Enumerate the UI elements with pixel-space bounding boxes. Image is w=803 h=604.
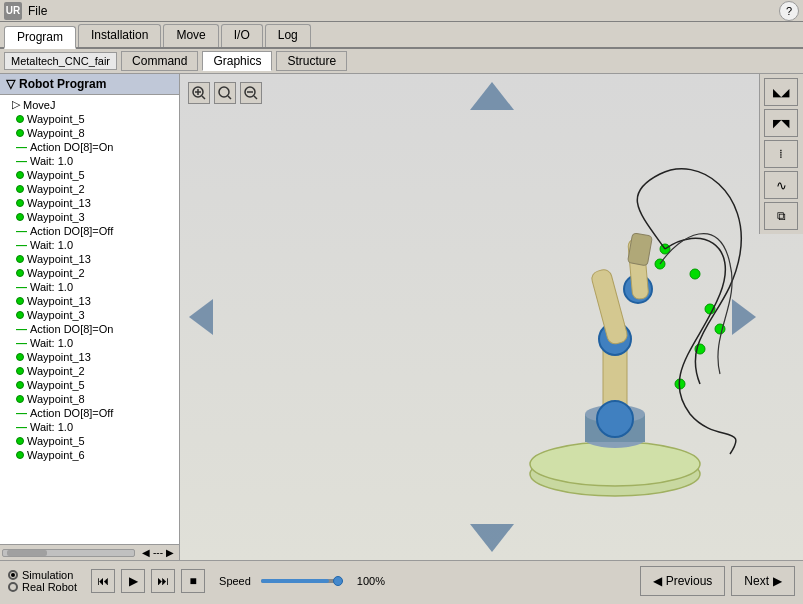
app-logo: UR [4, 2, 22, 20]
list-item[interactable]: Waypoint_8 [0, 126, 179, 140]
svg-point-15 [597, 401, 633, 437]
list-item[interactable]: ▷ MoveJ [0, 97, 179, 112]
list-item[interactable]: — Action DO[8]=Off [0, 224, 179, 238]
svg-point-4 [219, 87, 229, 97]
simulation-radio[interactable]: Simulation [8, 569, 77, 581]
list-item[interactable]: — Wait: 1.0 [0, 336, 179, 350]
simulation-label: Simulation [22, 569, 73, 581]
list-item[interactable]: — Wait: 1.0 [0, 280, 179, 294]
tab-move[interactable]: Move [163, 24, 218, 47]
tab-installation[interactable]: Installation [78, 24, 161, 47]
view-angles-button2[interactable]: ◤◥ [764, 109, 798, 137]
real-robot-label: Real Robot [22, 581, 77, 593]
previous-button[interactable]: ◀ Previous [640, 566, 726, 596]
horizontal-scrollbar[interactable]: ◀ --- ▶ [0, 544, 179, 560]
list-item[interactable]: Waypoint_5 [0, 168, 179, 182]
simulation-section: Simulation Real Robot [8, 569, 77, 593]
svg-line-8 [254, 96, 257, 99]
stop-button[interactable]: ■ [181, 569, 205, 593]
tree-title: Robot Program [19, 77, 106, 91]
waypoints-button[interactable]: ⁞ [764, 140, 798, 168]
forward-button[interactable]: ⏭ [151, 569, 175, 593]
list-item[interactable]: Waypoint_13 [0, 350, 179, 364]
svg-rect-17 [590, 268, 629, 346]
right-toolbar: ◣◢ ◤◥ ⁞ ∿ ⧉ [759, 74, 803, 234]
list-item[interactable]: Waypoint_2 [0, 364, 179, 378]
list-item[interactable]: Waypoint_13 [0, 294, 179, 308]
svg-point-10 [530, 442, 700, 486]
graphics-canvas: ◣◢ ◤◥ ⁞ ∿ ⧉ [180, 74, 803, 560]
real-robot-radio-dot [8, 582, 18, 592]
play-button[interactable]: ▶ [121, 569, 145, 593]
list-item[interactable]: — Wait: 1.0 [0, 154, 179, 168]
simulation-radio-dot [8, 570, 18, 580]
list-item[interactable]: — Action DO[8]=On [0, 140, 179, 154]
title-bar: UR File ? [0, 0, 803, 22]
next-button[interactable]: Next ▶ [731, 566, 795, 596]
speed-percentage: 100% [357, 575, 385, 587]
list-item[interactable]: — Wait: 1.0 [0, 420, 179, 434]
list-item[interactable]: Waypoint_5 [0, 112, 179, 126]
tab-graphics[interactable]: Graphics [202, 51, 272, 71]
tree-header: ▽ Robot Program [0, 74, 179, 95]
zoom-out-button[interactable] [240, 82, 262, 104]
zoom-reset-button[interactable] [214, 82, 236, 104]
content-area: ▽ Robot Program ▷ MoveJ Waypoint_5 Waypo… [0, 74, 803, 560]
tab-command[interactable]: Command [121, 51, 198, 71]
list-item[interactable]: Waypoint_2 [0, 266, 179, 280]
speed-slider[interactable] [261, 579, 341, 583]
list-item[interactable]: Waypoint_13 [0, 196, 179, 210]
zoom-in-button[interactable] [188, 82, 210, 104]
tab-log[interactable]: Log [265, 24, 311, 47]
list-item[interactable]: Waypoint_3 [0, 210, 179, 224]
speed-label: Speed [219, 575, 251, 587]
next-arrow-icon: ▶ [773, 574, 782, 588]
nav-left-button[interactable] [186, 297, 216, 337]
scroll-right[interactable]: ▶ [163, 546, 177, 559]
list-item[interactable]: Waypoint_5 [0, 378, 179, 392]
list-item[interactable]: Waypoint_8 [0, 392, 179, 406]
sub-bar: Metaltech_CNC_fair Command Graphics Stru… [0, 49, 803, 74]
list-item[interactable]: Waypoint_2 [0, 182, 179, 196]
svg-line-5 [228, 96, 231, 99]
file-label: Metaltech_CNC_fair [4, 52, 117, 70]
tree-container[interactable]: ▷ MoveJ Waypoint_5 Waypoint_8 — Action D… [0, 95, 179, 544]
list-item[interactable]: Waypoint_5 [0, 434, 179, 448]
zoom-controls [188, 82, 262, 104]
tab-io[interactable]: I/O [221, 24, 263, 47]
app-title: File [28, 4, 47, 18]
tab-program[interactable]: Program [4, 26, 76, 49]
copy-button[interactable]: ⧉ [764, 202, 798, 230]
main-tabs: Program Installation Move I/O Log [0, 22, 803, 49]
help-button[interactable]: ? [779, 1, 799, 21]
list-item[interactable]: — Action DO[8]=Off [0, 406, 179, 420]
list-item[interactable]: Waypoint_6 [0, 448, 179, 462]
real-robot-radio[interactable]: Real Robot [8, 581, 77, 593]
bottom-bar: Simulation Real Robot ⏮ ▶ ⏭ ■ Speed 100%… [0, 560, 803, 600]
prev-arrow-icon: ◀ [653, 574, 662, 588]
path-button[interactable]: ∿ [764, 171, 798, 199]
svg-point-22 [690, 269, 700, 279]
nav-up-button[interactable] [470, 82, 514, 110]
list-item[interactable]: — Wait: 1.0 [0, 238, 179, 252]
tab-structure[interactable]: Structure [276, 51, 347, 71]
scroll-arrows: ◀ --- ▶ [139, 546, 177, 559]
rewind-button[interactable]: ⏮ [91, 569, 115, 593]
scroll-left[interactable]: ◀ [139, 546, 153, 559]
left-panel: ▽ Robot Program ▷ MoveJ Waypoint_5 Waypo… [0, 74, 180, 560]
graphics-view: ◣◢ ◤◥ ⁞ ∿ ⧉ [180, 74, 803, 560]
robot-visualization [460, 134, 803, 514]
svg-rect-20 [628, 233, 653, 266]
list-item[interactable]: Waypoint_13 [0, 252, 179, 266]
list-item[interactable]: Waypoint_3 [0, 308, 179, 322]
nav-down-button[interactable] [470, 524, 514, 552]
list-item[interactable]: — Action DO[8]=On [0, 322, 179, 336]
view-angles-button[interactable]: ◣◢ [764, 78, 798, 106]
svg-line-3 [202, 96, 205, 99]
